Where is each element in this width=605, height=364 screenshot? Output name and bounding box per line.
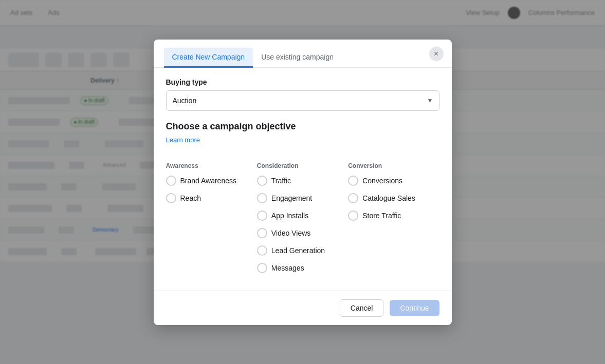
buying-type-label: Buying type [166, 78, 439, 86]
close-button[interactable]: × [429, 47, 444, 61]
modal-header: Create New Campaign Use existing campaig… [154, 40, 452, 68]
radio-label-video-views: Video Views [271, 229, 311, 237]
objectives-grid: Awareness Brand Awareness Reach Consider… [166, 162, 439, 280]
consideration-column-title: Consideration [257, 162, 340, 169]
radio-label-conversions: Conversions [362, 177, 402, 185]
radio-circle-app-installs [257, 210, 267, 221]
radio-catalogue-sales[interactable]: Catalogue Sales [348, 193, 431, 203]
radio-label-reach: Reach [180, 194, 201, 202]
radio-label-brand-awareness: Brand Awareness [180, 177, 236, 185]
tab-create-new-campaign[interactable]: Create New Campaign [164, 48, 253, 68]
modal-body: Buying type Auction Reach and Frequency … [154, 68, 452, 291]
objective-title: Choose a campaign objective [166, 121, 439, 132]
radio-label-store-traffic: Store Traffic [362, 212, 401, 220]
radio-traffic[interactable]: Traffic [257, 176, 340, 186]
radio-app-installs[interactable]: App Installs [257, 210, 340, 221]
radio-video-views[interactable]: Video Views [257, 228, 340, 238]
radio-circle-lead-generation [257, 245, 267, 256]
radio-engagement[interactable]: Engagement [257, 193, 340, 203]
radio-circle-messages [257, 263, 267, 273]
buying-type-select[interactable]: Auction Reach and Frequency [166, 90, 439, 111]
radio-reach[interactable]: Reach [166, 193, 249, 203]
radio-circle-catalogue-sales [348, 193, 358, 203]
modal-footer: Cancel Continue [154, 291, 452, 325]
continue-button[interactable]: Continue [390, 300, 439, 316]
radio-circle-store-traffic [348, 210, 358, 221]
consideration-column: Consideration Traffic Engagement App Ins… [257, 162, 348, 280]
modal: Create New Campaign Use existing campaig… [154, 40, 452, 325]
radio-circle-traffic [257, 176, 267, 186]
learn-more-link[interactable]: Learn more [166, 136, 200, 144]
radio-label-traffic: Traffic [271, 177, 291, 185]
radio-circle-video-views [257, 228, 267, 238]
radio-lead-generation[interactable]: Lead Generation [257, 245, 340, 256]
radio-label-app-installs: App Installs [271, 212, 308, 220]
conversion-column: Conversion Conversions Catalogue Sales S… [348, 162, 439, 280]
tab-use-existing-campaign[interactable]: Use existing campaign [253, 48, 342, 68]
radio-label-engagement: Engagement [271, 194, 312, 202]
radio-label-messages: Messages [271, 264, 304, 272]
radio-circle-engagement [257, 193, 267, 203]
radio-conversions[interactable]: Conversions [348, 176, 431, 186]
conversion-column-title: Conversion [348, 162, 431, 169]
radio-brand-awareness[interactable]: Brand Awareness [166, 176, 249, 186]
radio-circle-reach [166, 193, 176, 203]
awareness-column-title: Awareness [166, 162, 249, 169]
radio-messages[interactable]: Messages [257, 263, 340, 273]
awareness-column: Awareness Brand Awareness Reach [166, 162, 257, 280]
modal-overlay: Create New Campaign Use existing campaig… [0, 0, 605, 364]
radio-label-catalogue-sales: Catalogue Sales [362, 194, 415, 202]
buying-type-select-wrapper: Auction Reach and Frequency ▼ [166, 90, 439, 111]
radio-store-traffic[interactable]: Store Traffic [348, 210, 431, 221]
cancel-button[interactable]: Cancel [340, 299, 384, 317]
radio-circle-brand-awareness [166, 176, 176, 186]
radio-circle-conversions [348, 176, 358, 186]
radio-label-lead-generation: Lead Generation [271, 246, 325, 255]
